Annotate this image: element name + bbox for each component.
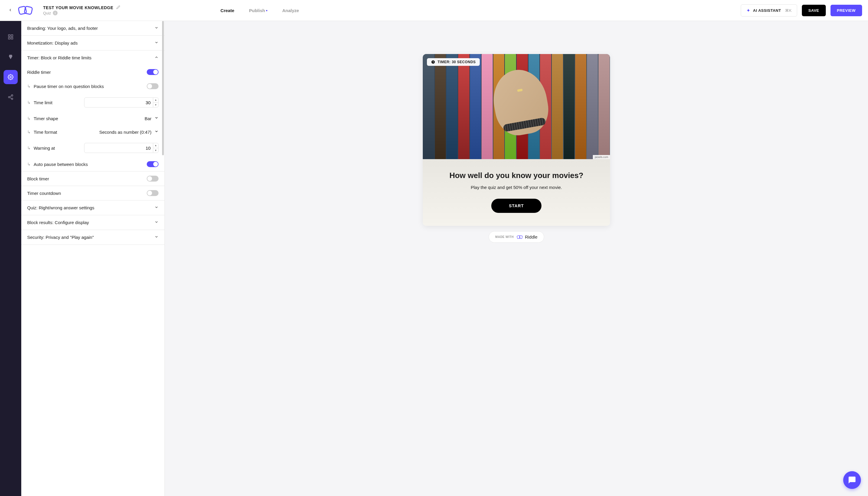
timer-shape-label: Timer shape bbox=[34, 116, 58, 121]
rail-share-icon[interactable] bbox=[3, 90, 18, 104]
back-button[interactable] bbox=[6, 5, 15, 16]
quiz-card: TIMER: 30 SECONDS pexels.com How well do… bbox=[423, 54, 610, 226]
riddle-brand-text: Riddle bbox=[525, 234, 538, 239]
svg-line-10 bbox=[10, 97, 12, 98]
settings-panel: Branding: Your logo, ads, and footer Mon… bbox=[21, 21, 165, 496]
block-timer-toggle[interactable] bbox=[147, 176, 158, 182]
info-icon[interactable]: i bbox=[53, 11, 58, 15]
chevron-down-icon bbox=[154, 220, 158, 225]
time-format-label: Time format bbox=[34, 129, 57, 135]
quiz-subtext: Play the quiz and get 50% off your next … bbox=[432, 185, 601, 190]
app-header: TEST YOUR MOVIE KNOWLEDGE Quiz i Create … bbox=[0, 0, 868, 21]
accordion-monetization[interactable]: Monetization: Display ads bbox=[21, 36, 165, 50]
quiz-headline: How well do you know your movies? bbox=[432, 171, 601, 180]
svg-rect-1 bbox=[24, 6, 32, 14]
chevron-down-icon bbox=[154, 41, 158, 45]
sub-arrow-icon: ↳ bbox=[27, 84, 31, 89]
ai-assistant-button[interactable]: ✦ AI ASSISTANT ⌘K bbox=[741, 4, 797, 17]
svg-rect-14 bbox=[519, 235, 522, 238]
made-with-badge[interactable]: MADE WITH Riddle bbox=[489, 231, 544, 243]
auto-pause-label: Auto pause between blocks bbox=[34, 162, 88, 167]
tab-create[interactable]: Create bbox=[220, 8, 234, 13]
svg-rect-2 bbox=[9, 35, 10, 36]
stepper-down-icon[interactable]: ▼ bbox=[153, 148, 158, 153]
chevron-down-icon bbox=[154, 235, 158, 240]
quiz-hero-image: TIMER: 30 SECONDS pexels.com bbox=[423, 54, 610, 159]
made-with-label: MADE WITH bbox=[495, 235, 514, 238]
chevron-up-icon bbox=[154, 55, 158, 60]
sub-arrow-icon: ↳ bbox=[27, 116, 31, 121]
auto-pause-toggle[interactable] bbox=[147, 161, 158, 167]
accordion-branding[interactable]: Branding: Your logo, ads, and footer bbox=[21, 21, 165, 35]
svg-rect-3 bbox=[11, 35, 13, 36]
tab-analyze[interactable]: Analyze bbox=[282, 8, 299, 13]
time-limit-label: Time limit bbox=[34, 100, 52, 105]
svg-rect-4 bbox=[9, 37, 10, 39]
accordion-quiz[interactable]: Quiz: Right/wrong answer settings bbox=[21, 200, 165, 215]
chevron-down-icon bbox=[154, 26, 158, 31]
save-button[interactable]: SAVE bbox=[802, 5, 825, 16]
svg-rect-5 bbox=[11, 37, 13, 39]
svg-point-8 bbox=[9, 96, 10, 98]
sub-arrow-icon: ↳ bbox=[27, 100, 31, 105]
timer-countdown-label: Timer countdown bbox=[27, 191, 61, 196]
sidebar-rail bbox=[0, 21, 21, 496]
rail-settings-icon[interactable] bbox=[3, 70, 18, 84]
page-title: TEST YOUR MOVIE KNOWLEDGE bbox=[43, 5, 113, 10]
chat-fab[interactable] bbox=[843, 471, 861, 489]
pause-timer-label: Pause timer on non question blocks bbox=[34, 84, 104, 89]
app-logo[interactable] bbox=[18, 4, 34, 16]
ai-assistant-label: AI ASSISTANT bbox=[753, 8, 781, 13]
svg-point-9 bbox=[12, 98, 13, 99]
image-credit: pexels.com bbox=[593, 155, 610, 159]
edit-title-icon[interactable] bbox=[116, 5, 120, 10]
warning-at-label: Warning at bbox=[34, 145, 55, 151]
riddle-logo-icon bbox=[517, 235, 523, 239]
rail-design-icon[interactable] bbox=[3, 50, 18, 64]
preview-area: TIMER: 30 SECONDS pexels.com How well do… bbox=[165, 21, 868, 496]
page-subtitle: Quiz bbox=[43, 11, 51, 15]
block-timer-label: Block timer bbox=[27, 176, 49, 181]
sub-arrow-icon: ↳ bbox=[27, 129, 31, 134]
tab-publish[interactable]: Publish• bbox=[249, 8, 267, 13]
chevron-down-icon bbox=[154, 129, 158, 135]
pause-timer-toggle[interactable] bbox=[147, 83, 158, 89]
ai-shortcut: ⌘K bbox=[785, 8, 792, 13]
scrollbar[interactable] bbox=[161, 21, 164, 245]
accordion-timer[interactable]: Timer: Block or Riddle time limits bbox=[21, 50, 165, 65]
title-area: TEST YOUR MOVIE KNOWLEDGE Quiz i bbox=[43, 5, 120, 15]
stepper-up-icon[interactable]: ▲ bbox=[153, 143, 158, 148]
timer-chip: TIMER: 30 SECONDS bbox=[427, 58, 480, 66]
time-limit-input[interactable]: ▲▼ bbox=[84, 97, 158, 107]
chevron-down-icon bbox=[154, 116, 158, 121]
clock-icon bbox=[431, 60, 435, 64]
svg-point-6 bbox=[10, 76, 12, 78]
stepper-up-icon[interactable]: ▲ bbox=[153, 98, 158, 103]
riddle-timer-toggle[interactable] bbox=[147, 69, 158, 75]
timer-chip-text: TIMER: 30 SECONDS bbox=[437, 60, 476, 64]
accordion-security[interactable]: Security: Privacy and "Play again" bbox=[21, 230, 165, 245]
timer-countdown-toggle[interactable] bbox=[147, 190, 158, 196]
warning-at-input[interactable]: ▲▼ bbox=[84, 143, 158, 153]
svg-line-11 bbox=[10, 96, 12, 96]
accordion-block-results[interactable]: Block results: Configure display bbox=[21, 215, 165, 230]
timer-shape-select[interactable]: Bar bbox=[145, 116, 158, 121]
svg-point-7 bbox=[12, 95, 13, 96]
time-format-select[interactable]: Seconds as number (0:47) bbox=[99, 129, 158, 135]
sub-arrow-icon: ↳ bbox=[27, 162, 31, 167]
start-button[interactable]: START bbox=[491, 199, 542, 213]
chevron-down-icon bbox=[154, 205, 158, 210]
stepper-down-icon[interactable]: ▼ bbox=[153, 103, 158, 107]
sparkle-icon: ✦ bbox=[746, 8, 750, 13]
sub-arrow-icon: ↳ bbox=[27, 145, 31, 150]
nav-tabs: Create Publish• Analyze bbox=[220, 8, 299, 13]
preview-button[interactable]: PREVIEW bbox=[831, 5, 862, 16]
chat-icon bbox=[848, 476, 856, 484]
riddle-timer-label: Riddle timer bbox=[27, 70, 51, 75]
rail-blocks-icon[interactable] bbox=[3, 30, 18, 44]
